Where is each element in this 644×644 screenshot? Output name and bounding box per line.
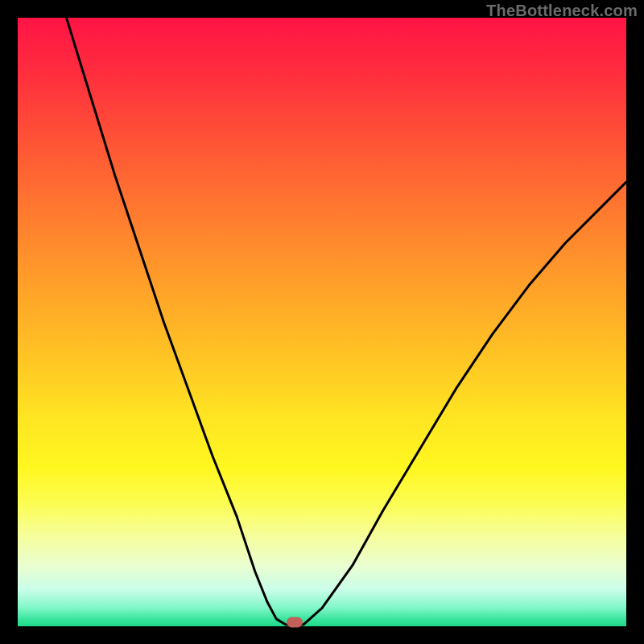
- bottleneck-curve: [18, 18, 626, 626]
- plot-area: [18, 18, 626, 626]
- optimum-marker-icon: [287, 617, 303, 628]
- chart-frame: TheBottleneck.com: [0, 0, 644, 644]
